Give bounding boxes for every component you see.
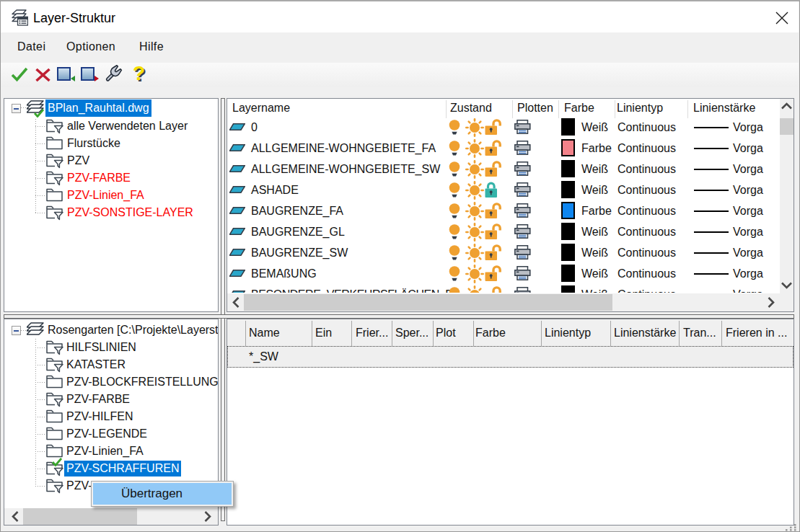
svg-text:?: ? <box>133 65 145 84</box>
